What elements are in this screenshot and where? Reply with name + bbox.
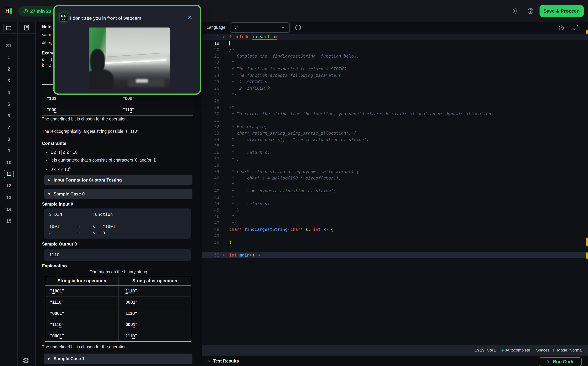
question-nav-item-14[interactable]: 14 [0,205,18,214]
code-line-35[interactable]: 35 * [202,143,588,149]
code-line-50[interactable]: 50} [202,239,588,245]
constraint-item: •It is guaranteed that s consists of cha… [46,158,158,163]
question-nav-item-8[interactable]: 8 [0,135,18,144]
code-line-49[interactable]: 49 [202,233,588,239]
sample-case-1-toggle[interactable]: ▶ Sample Case 1 [44,353,192,364]
code-line-43[interactable]: 43 * [202,194,588,201]
code-line-24[interactable]: 24 * The function accepts following para… [202,72,588,79]
code-line-42[interactable]: 42 * s = "dynamic allocation of string"; [202,188,588,194]
fold-icon[interactable]: > [221,252,227,258]
question-nav-item-2[interactable]: 2 [0,64,18,74]
close-icon: ✕ [188,14,192,21]
code-line-33[interactable]: 33 * char* return_string_using_static_al… [202,130,588,137]
fold-gutter [221,92,227,98]
code-line-22[interactable]: 22 * [202,59,588,66]
code-line-45[interactable]: 45 * } [202,207,588,214]
save-proceed-button[interactable]: Save & Proceed [540,5,584,17]
question-nav-item-7[interactable]: 7 [0,123,18,132]
ruler-mark [586,30,588,34]
code-line-41[interactable]: 41 * [202,181,588,188]
code-line-26[interactable]: 26 * 2. INTEGER k [202,85,588,92]
spaces-setting[interactable]: Spaces: 4 [536,345,554,355]
operations-cell: "1110" [119,308,191,319]
settings-button[interactable]: ⚙ [22,356,29,365]
question-nav-item-S1[interactable]: S1 [0,41,18,50]
help-button[interactable] [527,8,534,15]
gear-icon: ⚙ [22,356,29,365]
code-line-40[interactable]: 40 * char* s = malloc(100 * sizeof(char)… [202,175,588,181]
question-nav-item-10[interactable]: 10 [0,158,18,167]
code-line-1[interactable]: 1>#include <assert.h>⋯ [202,34,588,40]
code-line-32[interactable]: 32 * For example, [202,124,588,130]
webcam-mascot-icon [59,13,68,22]
code-line-46[interactable]: 46 * [202,214,588,220]
panel-collapse-icon [6,25,12,31]
save-proceed-label: Save & Proceed [544,8,580,14]
fold-gutter [221,98,227,104]
autocomplete-status[interactable]: Autocomplete [501,345,530,355]
code-line-48[interactable]: 48char* findLargestString(char* s, int k… [202,226,588,233]
code-line-38[interactable]: 38 * [202,162,588,168]
language-info-button[interactable] [295,24,302,31]
code-line-25[interactable]: 25 * 1. STRING s [202,79,588,85]
drag-handle[interactable] [123,92,131,95]
code-line-37[interactable]: 37 * } [202,156,588,162]
fold-gutter [221,143,227,149]
theme-sun-button[interactable] [512,8,519,14]
question-nav-item-11[interactable]: 11 [4,170,14,178]
question-nav-item-13[interactable]: 13 [0,193,18,202]
reset-code-button[interactable] [558,24,564,31]
question-nav-item-5[interactable]: 5 [0,99,18,109]
code-area[interactable]: 1>#include <assert.h>⋯1920/*21 * Complet… [202,34,588,258]
webcam-alert-popup: I don't see you in front of webcam ✕ Ens… [53,5,201,95]
operations-table: String before operationString after oper… [45,276,191,342]
code-line-36[interactable]: 36 * return s; [202,149,588,156]
hackerrank-logo: H [4,7,13,15]
code-line-31[interactable]: 31 * [202,117,588,124]
folded-code-icon[interactable]: ⋯ [280,34,283,39]
code-line-34[interactable]: 34 * static char s[] = "static allocatio… [202,137,588,143]
input-format-toggle[interactable]: ▶ Input Format for Custom Testing [44,175,192,185]
fold-gutter [221,226,227,233]
code-line-44[interactable]: 44 * return s; [202,201,588,207]
code-line-51[interactable]: 51 [202,245,588,252]
sample-case-0-toggle[interactable]: ▼ Sample Case 0 [44,189,192,199]
code-line-29[interactable]: 29/* [202,104,588,111]
question-nav-item-4[interactable]: 4 [0,88,18,97]
code-line-30[interactable]: 30 * To return the string from the funct… [202,111,588,117]
code-line-39[interactable]: 39 * char* return_string_using_dynamic_a… [202,168,588,175]
collapse-panel-button[interactable] [3,23,14,33]
code-line-28[interactable]: 28 [202,98,588,104]
autocomplete-dot [501,350,503,351]
operations-cell: "1110" [119,330,191,341]
fold-gutter [221,117,227,124]
editor-mode[interactable]: Mode: Normal [557,345,582,355]
fold-icon[interactable]: > [221,34,227,40]
reset-code-icon [558,24,564,31]
code-line-52[interactable]: 52>int main()⋯ [202,252,588,258]
fullscreen-button[interactable] [573,24,579,31]
example-fragment: k = 2 [42,63,51,68]
test-results-toggle[interactable] [206,359,210,364]
code-line-21[interactable]: 21 * Complete the 'findLargestString' fu… [202,53,588,59]
question-nav-item-15[interactable]: 15 [0,216,18,226]
operations-cell: "0001" [119,319,191,330]
language-dropdown[interactable]: C [230,22,290,33]
code-line-47[interactable]: 47 */ [202,220,588,226]
code-line-19[interactable]: 19 [202,40,588,46]
question-nav-item-6[interactable]: 6 [0,111,18,120]
problem-list-button[interactable] [22,23,31,32]
question-nav-item-9[interactable]: 9 [0,146,18,155]
folded-code-icon[interactable]: ⋯ [258,253,260,258]
run-code-button[interactable]: Run Code [539,357,582,366]
code-line-20[interactable]: 20/* [202,46,588,53]
fold-gutter [221,104,227,111]
close-button[interactable]: ✕ [188,14,192,21]
code-line-23[interactable]: 23 * The function is expected to return … [202,66,588,72]
question-nav-item-1[interactable]: 1 [0,53,18,62]
code-line-27[interactable]: 27 */ [202,92,588,98]
input-format-label: Input Format for Custom Testing [54,177,122,183]
question-nav-item-3[interactable]: 3 [0,76,18,85]
editor-status-bar: Ln 19, Col 1 Autocomplete Spaces: 4 Mode… [202,345,588,355]
question-nav-item-12[interactable]: 12 [0,181,18,190]
